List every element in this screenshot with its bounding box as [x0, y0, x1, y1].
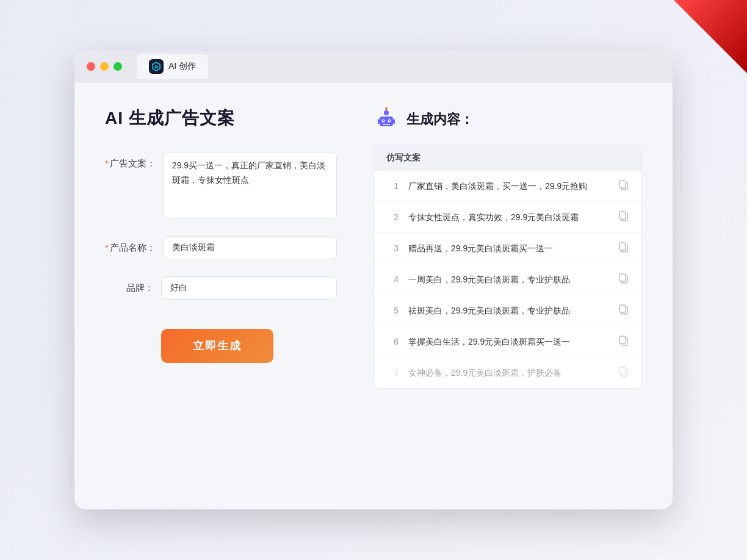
- results-list: 1厂家直销，美白淡斑霜，买一送一，29.9元抢购 2专抹女性斑点，真实功效，29…: [374, 171, 641, 388]
- svg-point-7: [389, 120, 390, 121]
- browser-content: AI 生成广告文案 *广告文案： *产品名称： 品牌： 立: [74, 82, 673, 509]
- result-row: 2专抹女性斑点，真实功效，29.9元美白淡斑霜: [374, 202, 641, 233]
- ad-copy-textarea[interactable]: [163, 152, 337, 219]
- right-panel: 生成内容： 仿写文案 1厂家直销，美白淡斑霜，买一送一，29.9元抢购 2专抹女…: [374, 107, 642, 485]
- form-group-brand: 品牌：: [105, 276, 337, 300]
- result-row: 5祛斑美白，29.9元美白淡斑霜，专业护肤品: [374, 295, 641, 326]
- result-text: 厂家直销，美白淡斑霜，买一送一，29.9元抢购: [408, 180, 608, 193]
- generate-button[interactable]: 立即生成: [161, 329, 273, 363]
- svg-rect-12: [393, 119, 395, 124]
- tab-label: AI 创作: [168, 61, 196, 72]
- browser-window: AI AI 创作 AI 生成广告文案 *广告文案： *产品名称：: [74, 51, 673, 509]
- result-row: 7女神必备，29.9元美白淡斑霜，护肤必备: [374, 357, 641, 388]
- result-text: 掌握美白生活，29.9元美白淡斑霜买一送一: [408, 336, 608, 348]
- tab-icon: AI: [149, 59, 164, 74]
- brand-input[interactable]: [161, 276, 337, 300]
- svg-rect-14: [619, 181, 626, 188]
- result-number: 2: [386, 212, 399, 222]
- maximize-button[interactable]: [114, 62, 122, 71]
- copy-icon[interactable]: [618, 304, 629, 317]
- copy-icon[interactable]: [618, 273, 629, 286]
- svg-point-10: [385, 107, 388, 110]
- copy-icon[interactable]: [618, 210, 629, 224]
- results-header: 仿写文案: [374, 145, 641, 171]
- copy-icon[interactable]: [618, 335, 629, 348]
- required-star: *: [105, 158, 109, 168]
- svg-rect-11: [378, 119, 380, 124]
- brand-label: 品牌：: [105, 276, 154, 294]
- result-row: 4一周美白，29.9元美白淡斑霜，专业护肤品: [374, 264, 641, 295]
- form-group-ad-copy: *广告文案：: [105, 152, 337, 219]
- product-name-input[interactable]: [163, 236, 337, 259]
- right-header: 生成内容：: [374, 107, 642, 132]
- result-text: 祛斑美白，29.9元美白淡斑霜，专业护肤品: [408, 304, 608, 317]
- svg-point-2: [384, 110, 389, 115]
- result-row: 1厂家直销，美白淡斑霜，买一送一，29.9元抢购: [374, 171, 641, 202]
- minimize-button[interactable]: [100, 62, 109, 71]
- corner-decoration: [674, 0, 747, 73]
- page-title: AI 生成广告文案: [105, 107, 337, 130]
- robot-icon: [374, 107, 399, 132]
- result-number: 4: [386, 275, 399, 284]
- traffic-lights: [87, 62, 122, 71]
- result-text: 女神必备，29.9元美白淡斑霜，护肤必备: [408, 367, 608, 379]
- svg-rect-22: [619, 305, 626, 312]
- result-number: 5: [386, 306, 399, 315]
- right-title: 生成内容：: [406, 110, 474, 129]
- svg-point-6: [383, 120, 384, 121]
- result-number: 1: [386, 181, 399, 191]
- ai-tab[interactable]: AI AI 创作: [137, 54, 208, 79]
- product-name-label: *产品名称：: [105, 236, 156, 254]
- form-group-product-name: *产品名称：: [105, 236, 337, 259]
- svg-rect-18: [619, 243, 626, 250]
- svg-rect-26: [619, 367, 626, 375]
- result-number: 3: [386, 243, 399, 253]
- left-panel: AI 生成广告文案 *广告文案： *产品名称： 品牌： 立: [105, 107, 337, 485]
- copy-icon[interactable]: [618, 242, 629, 255]
- copy-icon[interactable]: [618, 366, 629, 379]
- required-star-2: *: [105, 242, 109, 253]
- ad-copy-label: *广告文案：: [105, 152, 156, 170]
- svg-rect-24: [619, 336, 626, 343]
- svg-rect-8: [383, 124, 390, 125]
- result-row: 6掌握美白生活，29.9元美白淡斑霜买一送一: [374, 326, 641, 357]
- result-text: 专抹女性斑点，真实功效，29.9元美白淡斑霜: [408, 211, 608, 224]
- svg-rect-20: [619, 274, 626, 281]
- svg-text:AI: AI: [154, 65, 159, 69]
- result-number: 6: [386, 337, 399, 346]
- close-button[interactable]: [87, 62, 95, 71]
- browser-titlebar: AI AI 创作: [74, 51, 673, 82]
- result-text: 一周美白，29.9元美白淡斑霜，专业护肤品: [408, 273, 608, 286]
- result-text: 赠品再送，29.9元美白淡斑霜买一送一: [408, 242, 608, 255]
- result-number: 7: [386, 368, 399, 378]
- results-container: 仿写文案 1厂家直销，美白淡斑霜，买一送一，29.9元抢购 2专抹女性斑点，真实…: [374, 145, 642, 389]
- copy-icon[interactable]: [618, 179, 629, 193]
- svg-rect-16: [619, 212, 626, 219]
- result-row: 3赠品再送，29.9元美白淡斑霜买一送一: [374, 233, 641, 264]
